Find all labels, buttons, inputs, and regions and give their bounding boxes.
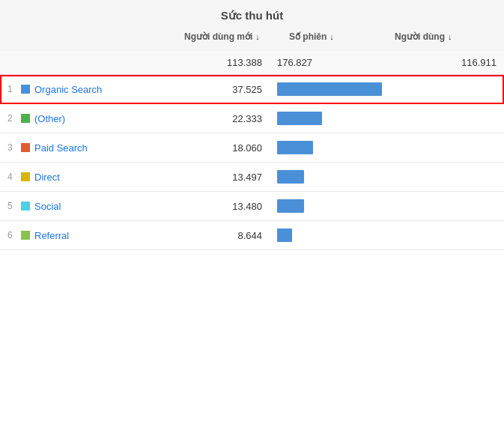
row-new-users-2: 18.060 [172,142,270,154]
totals-row: 113.388 176.827 116.911 [0,51,504,75]
color-dot-1 [21,114,30,123]
totals-new-users: 113.388 [172,57,270,68]
row-new-users-3: 13.497 [172,172,270,183]
sessions-label: Số phiên [289,31,327,42]
row-label-5[interactable]: Referral [34,230,69,241]
svg-rect-2 [21,143,30,152]
bar-cell-1 [270,112,407,125]
bar-2 [277,141,313,154]
color-dot-0 [21,85,30,94]
table-row: 3 Paid Search 18.060 [0,133,504,163]
color-dot-3 [21,172,30,181]
row-label-1[interactable]: (Other) [34,113,65,124]
table-row: 5 Social 13.480 [0,192,504,221]
users-sort-icon: ↓ [448,32,452,41]
svg-rect-5 [21,231,30,240]
row-label-4[interactable]: Social [34,201,61,212]
table-row: 1 Organic Search 37.525 [0,75,504,104]
bar-0 [277,82,382,96]
svg-rect-3 [21,172,30,181]
col-users-header[interactable]: Người dùng ↓ [395,31,492,42]
color-dot-4 [21,202,30,211]
bar-cell-2 [270,141,407,154]
row-new-users-0: 37.525 [172,84,270,95]
row-label-3[interactable]: Direct [34,172,60,183]
bar-1 [277,112,322,125]
row-new-users-4: 13.480 [172,201,270,212]
row-label-0[interactable]: Organic Search [34,84,102,95]
row-name-cell-3: 4 Direct [0,172,172,183]
row-number-5: 6 [7,230,21,240]
color-dot-2 [21,143,30,152]
bar-cell-3 [270,170,407,184]
row-number-3: 4 [7,172,21,182]
table-row: 6 Referral 8.644 [0,221,504,250]
row-name-cell-1: 2 (Other) [0,113,172,124]
color-dot-5 [21,231,30,240]
row-new-users-1: 22.333 [172,113,270,124]
row-number-2: 3 [7,142,21,153]
sessions-sort-icon: ↓ [330,32,334,41]
svg-rect-4 [21,202,30,211]
column-headers: Người dùng mới ↓ Số phiên ↓ Người dùng ↓ [12,28,492,45]
row-number-0: 1 [7,84,21,94]
row-name-cell-2: 3 Paid Search [0,142,172,154]
row-new-users-5: 8.644 [172,230,270,241]
table-row: 4 Direct 13.497 [0,163,504,192]
bar-5 [277,228,292,242]
bar-cell-5 [270,228,407,242]
data-rows-container: 1 Organic Search 37.525 2 (Other) 22.333 [0,75,504,250]
row-name-cell-0: 1 Organic Search [0,84,172,95]
sessions-sort[interactable]: Số phiên ↓ [289,31,395,42]
svg-rect-0 [21,85,30,94]
col-new-users-header[interactable]: Người dùng mới ↓ [184,31,282,42]
col-sessions-header[interactable]: Số phiên ↓ [282,31,395,42]
users-sort[interactable]: Người dùng ↓ [395,31,485,42]
table-row: 2 (Other) 22.333 [0,104,504,133]
widget-title: Sức thu hút [12,9,492,22]
row-number-4: 5 [7,201,21,211]
bar-3 [277,170,304,184]
totals-sessions: 176.827 [270,57,407,68]
analytics-widget: Sức thu hút Người dùng mới ↓ Số phiên ↓ … [0,0,504,250]
header-section: Sức thu hút Người dùng mới ↓ Số phiên ↓ … [0,0,504,51]
row-label-2[interactable]: Paid Search [34,142,88,154]
totals-users: 116.911 [407,57,504,68]
svg-rect-1 [21,114,30,123]
new-users-sort-icon: ↓ [255,32,260,41]
users-label: Người dùng [395,31,445,42]
new-users-sort[interactable]: Người dùng mới ↓ [184,31,274,42]
row-name-cell-4: 5 Social [0,201,172,212]
row-number-1: 2 [7,113,21,124]
bar-cell-4 [270,199,407,213]
bar-cell-0 [270,82,407,96]
bar-4 [277,199,304,213]
new-users-label: Người dùng mới [184,31,252,42]
row-name-cell-5: 6 Referral [0,230,172,241]
